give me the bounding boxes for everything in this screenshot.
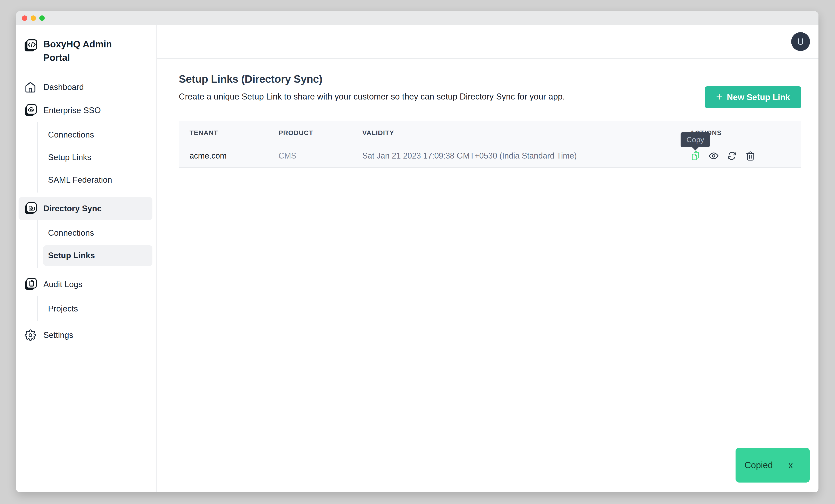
sidebar-submenu-directory-sync: Connections Setup Links xyxy=(37,220,157,268)
sidebar-item-enterprise-sso[interactable]: Enterprise SSO xyxy=(19,99,152,122)
sidebar-item-label: Dashboard xyxy=(43,82,84,92)
page-header: Setup Links (Directory Sync) Create a un… xyxy=(179,73,801,108)
sidebar: BoxyHQ Admin Portal Dashboard xyxy=(16,25,157,492)
sidebar-item-audit-logs[interactable]: Audit Logs xyxy=(19,273,152,296)
window-minimize-button[interactable] xyxy=(30,16,36,21)
sidebar-item-sso-connections[interactable]: Connections xyxy=(38,123,157,146)
sidebar-item-label: Audit Logs xyxy=(43,280,82,289)
main-content: Setup Links (Directory Sync) Create a un… xyxy=(157,59,818,168)
app-window: BoxyHQ Admin Portal Dashboard xyxy=(16,11,818,492)
copy-tooltip: Copy xyxy=(680,132,710,147)
delete-icon[interactable] xyxy=(745,150,756,161)
sidebar-item-saml-federation[interactable]: SAML Federation xyxy=(38,168,157,191)
regenerate-icon[interactable] xyxy=(727,150,737,161)
row-actions: Copy xyxy=(690,150,791,161)
setup-links-table: TENANT PRODUCT VALIDITY ACTIONS acme.com… xyxy=(179,121,801,168)
boxyhq-logo-icon xyxy=(24,38,37,52)
topbar: U xyxy=(157,25,818,59)
sidebar-item-label: Enterprise SSO xyxy=(43,106,101,115)
tooltip-caret-icon xyxy=(692,147,698,150)
view-icon[interactable] xyxy=(708,150,719,161)
sidebar-submenu-enterprise-sso: Connections Setup Links SAML Federation xyxy=(37,122,157,193)
tenant-cell: acme.com xyxy=(189,151,279,161)
copy-tooltip-label: Copy xyxy=(686,135,704,144)
folder-sync-icon xyxy=(24,202,37,215)
clipboard-icon xyxy=(24,278,37,291)
toast-message: Copied xyxy=(745,460,773,470)
sidebar-item-projects[interactable]: Projects xyxy=(38,297,157,320)
copy-icon[interactable] xyxy=(690,150,701,161)
app-body: BoxyHQ Admin Portal Dashboard xyxy=(16,25,818,492)
copied-toast: Copied x xyxy=(736,448,810,483)
page-title: Setup Links (Directory Sync) xyxy=(179,73,565,85)
page-header-text: Setup Links (Directory Sync) Create a un… xyxy=(179,73,565,102)
window-close-button[interactable] xyxy=(22,16,27,21)
validity-cell: Sat Jan 21 2023 17:09:38 GMT+0530 (India… xyxy=(362,151,690,161)
toast-close-button[interactable]: x xyxy=(789,460,793,470)
table-row: acme.com CMS Sat Jan 21 2023 17:09:38 GM… xyxy=(179,144,801,167)
logo-title: BoxyHQ Admin Portal xyxy=(43,38,122,64)
column-header-validity: VALIDITY xyxy=(362,129,690,137)
sso-cloud-key-icon xyxy=(24,104,37,117)
sidebar-item-label: Directory Sync xyxy=(43,204,102,213)
sidebar-item-directory-sync[interactable]: Directory Sync xyxy=(19,197,152,220)
sidebar-submenu-audit-logs: Projects xyxy=(37,296,157,321)
column-header-tenant: TENANT xyxy=(189,129,279,137)
main-area: U Setup Links (Directory Sync) Create a … xyxy=(157,25,818,492)
product-cell: CMS xyxy=(279,151,362,161)
gear-icon xyxy=(24,329,37,341)
new-setup-link-label: New Setup Link xyxy=(727,93,790,102)
window-zoom-button[interactable] xyxy=(39,16,45,21)
window-titlebar xyxy=(16,11,818,25)
sidebar-item-settings[interactable]: Settings xyxy=(19,324,152,347)
app-logo: BoxyHQ Admin Portal xyxy=(16,38,157,64)
page-description: Create a unique Setup Link to share with… xyxy=(179,92,565,102)
home-icon xyxy=(24,81,37,94)
sidebar-item-dsync-connections[interactable]: Connections xyxy=(38,222,157,244)
column-header-product: PRODUCT xyxy=(279,129,362,137)
user-avatar[interactable]: U xyxy=(791,32,810,51)
new-setup-link-button[interactable]: + New Setup Link xyxy=(705,86,801,108)
sidebar-item-sso-setup-links[interactable]: Setup Links xyxy=(38,146,157,168)
sidebar-item-dsync-setup-links[interactable]: Setup Links xyxy=(43,245,152,266)
plus-icon: + xyxy=(716,92,722,102)
sidebar-item-dashboard[interactable]: Dashboard xyxy=(19,76,152,99)
avatar-letter: U xyxy=(797,37,804,47)
sidebar-nav: Dashboard En xyxy=(16,76,157,347)
sidebar-item-label: Settings xyxy=(43,330,73,340)
